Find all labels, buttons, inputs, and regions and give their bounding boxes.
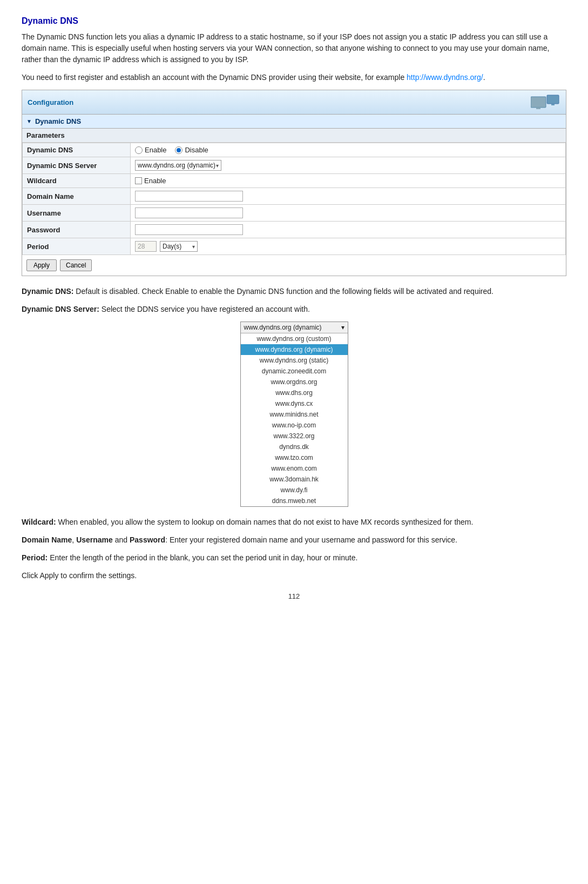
dropdown-popup: www.dyndns.org (dynamic) ▾ www.dyndns.or… — [240, 322, 348, 507]
dropdown-option-7[interactable]: www.dyns.cx — [241, 398, 348, 409]
password-input[interactable] — [135, 224, 243, 235]
period-desc-text: Enter the length of the period in the bl… — [50, 553, 357, 562]
section-header: Dynamic DNS — [22, 115, 566, 129]
param-value-username — [131, 205, 566, 222]
dns-description: Dynamic DNS: Default is disabled. Check … — [22, 286, 566, 297]
period-unit-value: Day(s) — [163, 243, 181, 250]
param-value-dns: Enable Disable — [131, 143, 566, 157]
dropdown-header-row[interactable]: www.dyndns.org (dynamic) ▾ — [241, 322, 348, 333]
param-value-domain — [131, 188, 566, 205]
table-row: Username — [23, 205, 566, 222]
period-input[interactable] — [135, 241, 157, 252]
param-label-username: Username — [23, 205, 131, 222]
section-label: Dynamic DNS — [35, 117, 81, 125]
dns-desc-term: Dynamic DNS: — [22, 287, 76, 296]
param-label-dns: Dynamic DNS — [23, 143, 131, 157]
dropdown-option-9[interactable]: www.no-ip.com — [241, 420, 348, 431]
period-description: Period: Enter the length of the period i… — [22, 552, 566, 564]
param-value-wildcard: Enable — [131, 174, 566, 188]
dns-server-select[interactable]: www.dyndns.org (dynamic) ▾ — [135, 160, 221, 171]
dropdown-option-15[interactable]: www.dy.fi — [241, 485, 348, 495]
domain-name-input[interactable] — [135, 191, 243, 202]
dns-enable-radio[interactable]: Enable — [135, 146, 166, 154]
wildcard-checkbox[interactable]: Enable — [135, 177, 561, 185]
dns-radio-group: Enable Disable — [135, 146, 561, 154]
config-header: Configuration — [22, 90, 566, 115]
param-label-server: Dynamic DNS Server — [23, 157, 131, 174]
enable-label: Enable — [145, 146, 166, 154]
domain-term3: Password — [130, 535, 165, 544]
dropdown-option-8[interactable]: www.minidns.net — [241, 409, 348, 420]
click-apply-text: Click Apply to confirm the settings. — [22, 570, 566, 581]
dropdown-option-11[interactable]: dyndns.dk — [241, 441, 348, 452]
svg-rect-0 — [547, 95, 559, 104]
period-unit-select[interactable]: Day(s) ▾ — [160, 241, 198, 252]
dropdown-option-5[interactable]: www.orgdns.org — [241, 377, 348, 387]
page-number: 112 — [22, 592, 566, 600]
config-header-title: Configuration — [28, 98, 73, 106]
intro-para2-prefix: You need to first register and establish… — [22, 73, 407, 82]
wildcard-desc-term: Wildcard: — [22, 518, 56, 526]
table-row: Dynamic DNS Server www.dyndns.org (dynam… — [23, 157, 566, 174]
dropdown-header-value: www.dyndns.org (dynamic) — [244, 324, 322, 331]
intro-para2: You need to first register and establish… — [22, 72, 566, 83]
dns-disable-radio[interactable]: Disable — [175, 146, 208, 154]
dns-server-desc-term: Dynamic DNS Server: — [22, 305, 102, 313]
config-box: Configuration Dynamic DNS Parameters Dyn… — [22, 90, 566, 276]
params-table: Dynamic DNS Enable Disable Dynamic DNS S… — [22, 143, 566, 255]
dropdown-option-10[interactable]: www.3322.org — [241, 431, 348, 441]
table-row: Dynamic DNS Enable Disable — [23, 143, 566, 157]
svg-rect-3 — [536, 108, 540, 109]
intro-para2-suffix: . — [483, 73, 485, 82]
period-select-arrow-icon: ▾ — [192, 244, 195, 250]
dropdown-container: www.dyndns.org (dynamic) ▾ www.dyndns.or… — [22, 322, 566, 507]
period-desc-term: Period: — [22, 553, 48, 562]
dropdown-option-6[interactable]: www.dhs.org — [241, 387, 348, 398]
select-arrow-icon: ▾ — [216, 163, 219, 169]
enable-radio-circle — [135, 146, 143, 154]
domain-term1: Domain Name — [22, 535, 72, 544]
disable-radio-circle — [175, 146, 183, 154]
table-row: Domain Name — [23, 188, 566, 205]
param-value-period: Day(s) ▾ — [131, 238, 566, 255]
dropdown-option-14[interactable]: www.3domain.hk — [241, 474, 348, 485]
dropdown-option-4[interactable]: dynamic.zoneedit.com — [241, 366, 348, 377]
dns-desc-text: Default is disabled. Check Enable to ena… — [76, 287, 494, 296]
param-label-wildcard: Wildcard — [23, 174, 131, 188]
param-label-password: Password — [23, 222, 131, 238]
intro-para1: The Dynamic DNS function lets you alias … — [22, 31, 566, 65]
wildcard-label: Enable — [144, 177, 166, 185]
table-row: Password — [23, 222, 566, 238]
table-row: Period Day(s) ▾ — [23, 238, 566, 255]
domain-desc-text: Enter your registered domain name and yo… — [167, 535, 457, 544]
dropdown-option-2[interactable]: www.dyndns.org (dynamic) — [241, 344, 348, 355]
dropdown-option-12[interactable]: www.tzo.com — [241, 452, 348, 463]
disable-label: Disable — [185, 146, 208, 154]
page-title: Dynamic DNS — [22, 16, 566, 26]
param-label-period: Period — [23, 238, 131, 255]
dyndns-link[interactable]: http://www.dyndns.org/ — [407, 73, 483, 82]
param-value-password — [131, 222, 566, 238]
dropdown-header-arrow-icon: ▾ — [341, 324, 344, 331]
wildcard-desc-text: When enabled, you allow the system to lo… — [58, 518, 474, 526]
dropdown-option-13[interactable]: www.enom.com — [241, 463, 348, 474]
username-input[interactable] — [135, 207, 243, 218]
table-row: Wildcard Enable — [23, 174, 566, 188]
cancel-button[interactable]: Cancel — [60, 259, 92, 271]
wildcard-checkbox-box — [135, 177, 142, 184]
button-row: Apply Cancel — [22, 255, 566, 276]
header-icon-svg — [531, 94, 560, 110]
dropdown-option-16[interactable]: ddns.mweb.net — [241, 495, 348, 506]
wildcard-description: Wildcard: When enabled, you allow the sy… — [22, 517, 566, 528]
param-label-domain: Domain Name — [23, 188, 131, 205]
apply-button[interactable]: Apply — [26, 259, 57, 271]
dropdown-option-1[interactable]: www.dyndns.org (custom) — [241, 333, 348, 344]
dns-server-value: www.dyndns.org (dynamic) — [138, 162, 215, 169]
domain-term2: Username — [76, 535, 113, 544]
dropdown-option-3[interactable]: www.dyndns.org (static) — [241, 355, 348, 366]
svg-rect-2 — [531, 97, 546, 108]
period-group: Day(s) ▾ — [135, 241, 561, 252]
domain-username-password-description: Domain Name, Username and Password: Ente… — [22, 534, 566, 546]
svg-rect-1 — [551, 104, 555, 105]
dns-server-desc-text: Select the DDNS service you have registe… — [102, 305, 310, 313]
